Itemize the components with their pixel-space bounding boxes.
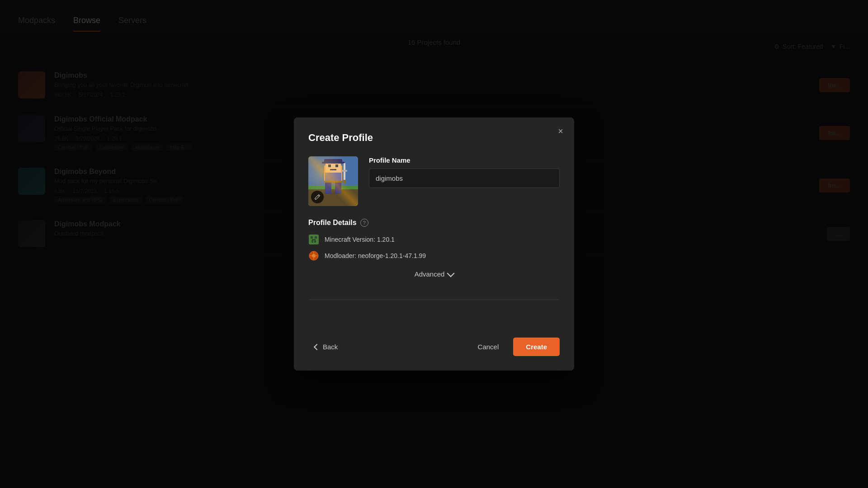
footer-right: Cancel Create <box>469 338 560 356</box>
svg-rect-28 <box>316 255 318 256</box>
modloader-row: Modloader: neoforge-1.20.1-47.1.99 <box>308 250 560 261</box>
creeper-icon <box>309 235 319 244</box>
modal-title: Create Profile <box>308 132 560 144</box>
svg-rect-8 <box>324 159 342 163</box>
svg-rect-27 <box>310 255 312 256</box>
svg-rect-21 <box>311 240 313 243</box>
chevron-left-icon <box>314 343 320 350</box>
pencil-icon <box>314 194 321 200</box>
profile-image-wrapper <box>308 156 358 206</box>
neoforge-icon <box>308 250 319 261</box>
create-button[interactable]: Create <box>513 338 560 356</box>
svg-rect-20 <box>312 239 316 240</box>
svg-rect-25 <box>313 252 314 254</box>
svg-rect-14 <box>344 163 345 181</box>
minecraft-version-row: Minecraft Version: 1.20.1 <box>308 234 560 245</box>
back-button[interactable]: Back <box>308 338 344 355</box>
svg-rect-10 <box>325 173 341 181</box>
back-label: Back <box>323 343 338 351</box>
svg-rect-13 <box>335 183 341 194</box>
cancel-button[interactable]: Cancel <box>469 338 508 355</box>
modal-backdrop: × Create Profile <box>0 0 868 488</box>
profile-name-label: Profile Name <box>369 156 560 164</box>
close-button[interactable]: × <box>554 125 567 137</box>
svg-rect-11 <box>324 181 342 183</box>
edit-image-button[interactable] <box>311 191 324 203</box>
profile-name-section: Profile Name <box>369 156 560 188</box>
svg-rect-7 <box>330 169 336 170</box>
svg-rect-19 <box>315 236 317 239</box>
profile-details-section: Profile Details ? Minecraft Version: 1.2… <box>308 219 560 282</box>
modloader-text: Modloader: neoforge-1.20.1-47.1.99 <box>325 252 426 259</box>
profile-name-input[interactable] <box>369 169 560 188</box>
svg-rect-18 <box>311 236 313 239</box>
minecraft-icon <box>308 234 319 245</box>
svg-rect-6 <box>335 164 338 167</box>
neoforge-logo-icon <box>309 251 319 261</box>
help-icon[interactable]: ? <box>360 219 368 227</box>
profile-details-title: Profile Details <box>308 219 357 227</box>
svg-rect-3 <box>324 165 342 181</box>
minecraft-version-text: Minecraft Version: 1.20.1 <box>325 236 395 243</box>
advanced-label: Advanced <box>415 270 445 278</box>
svg-rect-5 <box>328 164 331 167</box>
profile-details-header: Profile Details ? <box>308 219 560 227</box>
svg-rect-9 <box>322 162 344 164</box>
svg-rect-12 <box>325 183 331 194</box>
chevron-down-icon <box>447 269 455 277</box>
svg-point-24 <box>312 254 316 258</box>
create-profile-modal: × Create Profile <box>294 117 574 371</box>
svg-rect-22 <box>314 240 316 243</box>
svg-rect-26 <box>313 258 314 260</box>
svg-rect-16 <box>343 180 346 183</box>
svg-rect-2 <box>308 186 358 189</box>
advanced-toggle[interactable]: Advanced <box>308 267 560 282</box>
svg-rect-4 <box>326 161 341 174</box>
svg-rect-15 <box>342 170 347 172</box>
modal-divider <box>308 300 560 300</box>
modal-footer: Back Cancel Create <box>308 338 560 356</box>
profile-image-row: Profile Name <box>308 156 560 206</box>
